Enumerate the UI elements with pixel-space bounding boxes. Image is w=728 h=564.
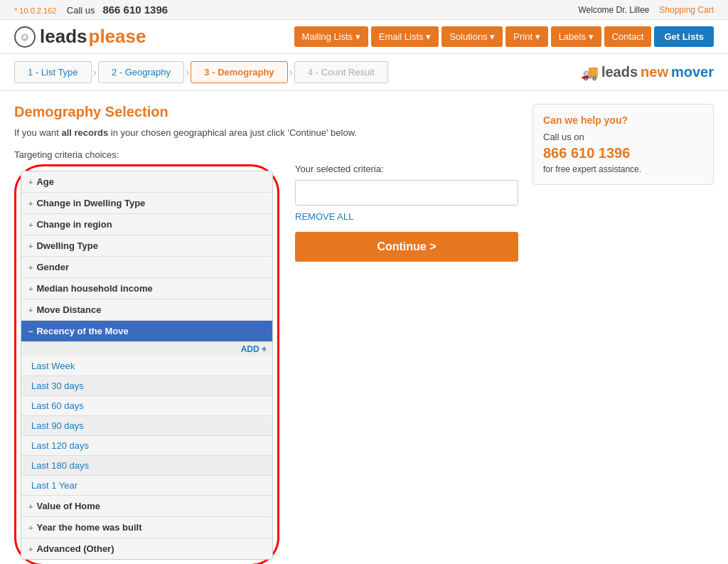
help-free: for free expert assistance. bbox=[543, 164, 703, 174]
sub-item-last-30[interactable]: Last 30 days bbox=[21, 376, 272, 396]
sub-item-last-60[interactable]: Last 60 days bbox=[21, 396, 272, 416]
selected-box bbox=[295, 180, 518, 206]
criteria-age[interactable]: + Age bbox=[21, 171, 272, 193]
sub-item-last-120[interactable]: Last 120 days bbox=[21, 436, 272, 456]
logo-mover-part: mover bbox=[671, 64, 714, 80]
minus-recency: − bbox=[28, 327, 33, 336]
criteria-list: + Age + Change in Dwelling Type + Change… bbox=[21, 171, 273, 560]
criteria-advanced[interactable]: + Advanced (Other) bbox=[21, 538, 272, 559]
page-title: Demography Selection bbox=[14, 104, 518, 120]
recency-sub-items: ADD + Last Week Last 30 days Last 60 day… bbox=[21, 342, 272, 496]
logo-leads: leads bbox=[40, 26, 87, 48]
help-question: Can we help you? bbox=[543, 115, 703, 126]
breadcrumb: 1 - List Type › 2 - Geography › 3 - Demo… bbox=[14, 61, 388, 83]
plus-gender: + bbox=[28, 263, 33, 272]
change-dwelling-label: Change in Dwelling Type bbox=[36, 198, 145, 208]
criteria-value-home[interactable]: + Value of Home bbox=[21, 496, 272, 517]
plus-change-region: + bbox=[28, 220, 33, 229]
ip-address: * 10.0.2.162 bbox=[14, 6, 56, 15]
criteria-highlight: + Age + Change in Dwelling Type + Change… bbox=[14, 164, 279, 564]
age-label: Age bbox=[36, 176, 54, 187]
advanced-label: Advanced (Other) bbox=[36, 543, 114, 554]
logo-leads-part: leads bbox=[601, 64, 638, 80]
plus-year-built: + bbox=[28, 523, 33, 532]
logo-please: please bbox=[89, 26, 146, 48]
gender-label: Gender bbox=[36, 262, 69, 272]
value-home-label: Value of Home bbox=[36, 501, 100, 511]
nav-solutions[interactable]: Solutions ▾ bbox=[441, 26, 503, 47]
nav-mailing-lists[interactable]: Mailing Lists ▾ bbox=[294, 26, 368, 47]
criteria-median-income[interactable]: + Median household income bbox=[21, 278, 272, 299]
recency-label: Recency of the Move bbox=[36, 326, 128, 336]
plus-advanced: + bbox=[28, 545, 33, 553]
dwelling-type-label: Dwelling Type bbox=[36, 240, 97, 251]
nav-email-lists[interactable]: Email Lists ▾ bbox=[371, 26, 439, 47]
help-phone: 866 610 1396 bbox=[543, 145, 703, 161]
truck-icon: 🚚 bbox=[581, 64, 599, 81]
arrow-3: › bbox=[289, 66, 293, 79]
step-4: 4 - Count Result bbox=[294, 61, 388, 83]
nav-get-lists[interactable]: Get Lists bbox=[654, 26, 714, 47]
criteria-move-distance[interactable]: + Move Distance bbox=[21, 299, 272, 321]
remove-all-link[interactable]: REMOVE ALL bbox=[295, 211, 518, 222]
median-income-label: Median household income bbox=[36, 283, 152, 294]
step-1[interactable]: 1 - List Type bbox=[14, 61, 92, 83]
logo-new-part: new bbox=[641, 64, 668, 80]
arrow-1: › bbox=[93, 66, 97, 79]
criteria-year-built[interactable]: + Year the home was built bbox=[21, 517, 272, 538]
continue-button[interactable]: Continue > bbox=[295, 232, 518, 262]
nav-menu: Mailing Lists ▾ Email Lists ▾ Solutions … bbox=[294, 26, 714, 47]
leads-new-mover-logo: 🚚 leadsnewmover bbox=[581, 64, 714, 81]
arrow-2: › bbox=[186, 66, 189, 79]
year-built-label: Year the home was built bbox=[36, 522, 141, 533]
shopping-cart-link[interactable]: Shopping Cart bbox=[659, 5, 714, 15]
welcome-text: Welcome Dr. Lillee bbox=[578, 5, 649, 15]
change-region-label: Change in region bbox=[36, 219, 112, 230]
help-box: Can we help you? Call us on 866 610 1396… bbox=[532, 104, 714, 185]
criteria-change-region[interactable]: + Change in region bbox=[21, 214, 272, 235]
move-distance-label: Move Distance bbox=[36, 304, 101, 315]
sub-item-last-1-year[interactable]: Last 1 Year bbox=[21, 476, 272, 496]
criteria-change-dwelling[interactable]: + Change in Dwelling Type bbox=[21, 193, 272, 214]
step-2[interactable]: 2 - Geography bbox=[98, 61, 184, 83]
subtitle: If you want all records in your chosen g… bbox=[14, 127, 518, 138]
add-button[interactable]: ADD + bbox=[241, 344, 267, 354]
nav-print[interactable]: Print ▾ bbox=[505, 26, 547, 47]
logo-icon: ☺ bbox=[14, 26, 36, 48]
phone-number-top: 866 610 1396 bbox=[102, 4, 168, 16]
help-call-label: Call us on bbox=[543, 132, 703, 142]
call-us-label: Call us bbox=[67, 5, 95, 16]
plus-age: + bbox=[28, 178, 33, 186]
plus-change-dwelling: + bbox=[28, 199, 33, 208]
sub-item-last-180[interactable]: Last 180 days bbox=[21, 456, 272, 476]
plus-median-income: + bbox=[28, 284, 33, 293]
plus-move-distance: + bbox=[28, 306, 33, 314]
step-3-active[interactable]: 3 - Demography bbox=[191, 61, 287, 83]
sub-item-last-week[interactable]: Last Week bbox=[21, 356, 272, 376]
targeting-label: Targeting criteria choices: bbox=[14, 149, 281, 160]
nav-contact[interactable]: Contact bbox=[604, 26, 652, 47]
criteria-recency[interactable]: − Recency of the Move bbox=[21, 321, 272, 342]
sub-item-last-90[interactable]: Last 90 days bbox=[21, 416, 272, 436]
plus-dwelling-type: + bbox=[28, 242, 33, 250]
criteria-dwelling-type[interactable]: + Dwelling Type bbox=[21, 235, 272, 257]
plus-value-home: + bbox=[28, 502, 33, 511]
criteria-gender[interactable]: + Gender bbox=[21, 257, 272, 278]
nav-labels[interactable]: Labels ▾ bbox=[551, 26, 601, 47]
selected-label: Your selected criteria: bbox=[295, 164, 518, 174]
logo[interactable]: ☺ leadsplease bbox=[14, 26, 146, 48]
